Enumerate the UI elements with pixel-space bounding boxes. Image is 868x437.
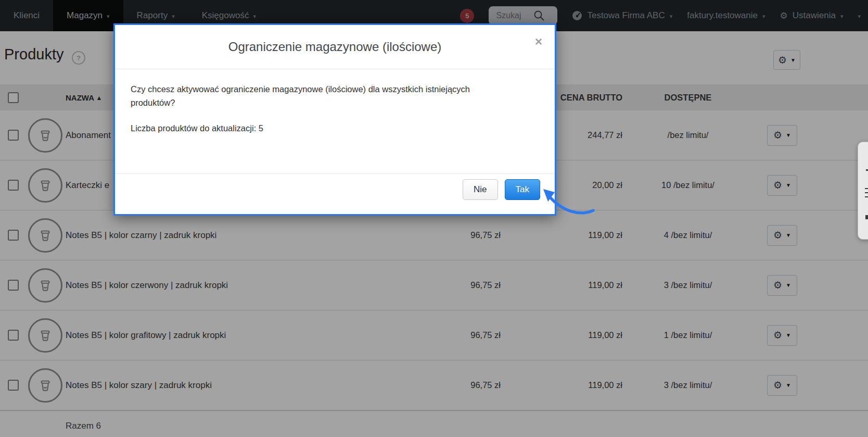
modal-footer: Nie Tak [115, 173, 555, 214]
modal-body: Czy chcesz aktywować ograniczenie magazy… [115, 69, 555, 135]
modal-update-count: Liczba produktów do aktualizacji: 5 [131, 122, 539, 135]
no-button[interactable]: Nie [463, 179, 498, 200]
clipped-popover [858, 142, 868, 240]
close-icon[interactable]: × [535, 35, 542, 48]
modal-header: Ograniczenie magazynowe (ilościowe) × [115, 25, 555, 69]
yes-button[interactable]: Tak [505, 179, 540, 200]
modal-title: Ograniczenie magazynowe (ilościowe) [228, 40, 442, 54]
modal-question: Czy chcesz aktywować ograniczenie magazy… [131, 83, 505, 109]
stock-limit-modal: Ograniczenie magazynowe (ilościowe) × Cz… [113, 23, 556, 216]
